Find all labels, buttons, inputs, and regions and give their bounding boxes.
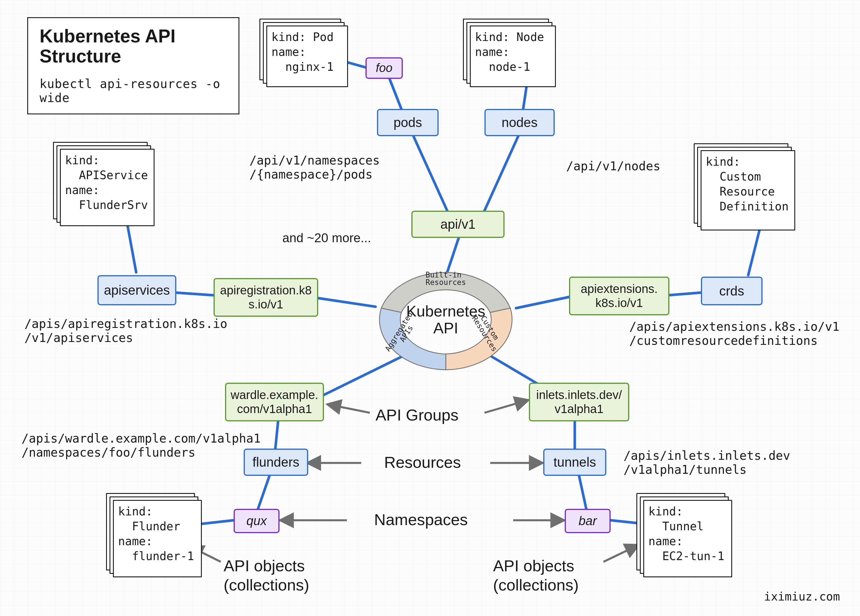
doc-apiservice: kind: APIService name: FlunderSrv <box>53 142 148 219</box>
path-crds: /apis/apiextensions.k8s.io/v1 /customres… <box>629 320 840 348</box>
path-pods: /api/v1/namespaces /{namespace}/pods <box>250 154 380 182</box>
doc-tunnel: kind: Tunnel name: EC2-tun-1 <box>636 493 725 571</box>
doc-apiservice-text: kind: APIService name: FlunderSrv <box>60 149 153 216</box>
namespace-bar: bar <box>565 509 610 533</box>
path-flunders: /apis/wardle.example.com/v1alpha1 /names… <box>22 431 261 459</box>
resource-nodes: nodes <box>485 109 555 136</box>
path-nodes: /api/v1/nodes <box>566 159 661 173</box>
label-api-groups: API Groups <box>375 406 458 424</box>
doc-crd-text: kind: Custom Resource Definition <box>701 150 794 218</box>
path-tunnels: /apis/inlets.inlets.dev /v1alpha1/tunnel… <box>623 448 790 477</box>
doc-tunnel-text: kind: Tunnel name: EC2-tun-1 <box>643 500 730 567</box>
path-apiservices: /apis/apiregistration.k8s.io /v1/apiserv… <box>24 317 228 345</box>
donut-seg-builtin-2: Resources <box>426 278 466 287</box>
resource-pods: pods <box>377 109 439 136</box>
api-group-api-v1: api/v1 <box>411 211 505 238</box>
resource-apiservices: apiservices <box>97 275 176 305</box>
api-group-wardle: wardle.example. com/v1alpha1 <box>225 382 324 422</box>
api-group-inlets: inlets.inlets.dev/ v1alpha1 <box>529 382 629 422</box>
resource-crds: crds <box>701 277 763 305</box>
title-heading: Kubernetes API Structure <box>39 26 227 66</box>
label-namespaces: Namespaces <box>374 510 468 529</box>
note-and-more: and ~20 more... <box>282 231 371 245</box>
donut-chart: Built-in Resources Custom Resources Aggr… <box>368 264 523 376</box>
label-resources: Resources <box>384 453 461 472</box>
label-api-objects-left: API objects (collections) <box>224 556 309 594</box>
doc-node-text: kind: Node name: node-1 <box>470 25 549 78</box>
donut-center-label: Kubernetes API <box>406 303 485 337</box>
doc-pod-text: kind: Pod name: nginx-1 <box>266 25 339 78</box>
namespace-qux: qux <box>234 509 279 533</box>
svg-text:Built-in
        Resources: Built-in Resources <box>426 271 466 287</box>
api-group-apiextensions: apiextensions. k8s.io/v1 <box>569 277 669 315</box>
namespace-foo: foo <box>366 57 403 79</box>
doc-node: kind: Node name: node-1 <box>463 19 549 80</box>
doc-flunder-text: kind: Flunder name: flunder-1 <box>113 500 199 567</box>
doc-pod: kind: Pod name: nginx-1 <box>259 19 341 80</box>
doc-flunder: kind: Flunder name: flunder-1 <box>106 493 195 571</box>
title-card: Kubernetes API Structure kubectl api-res… <box>27 17 239 114</box>
api-group-apiregistration: apiregistration.k8 s.io/v1 <box>213 278 318 317</box>
label-api-objects-right: API objects (collections) <box>493 556 579 594</box>
doc-crd: kind: Custom Resource Definition <box>694 143 788 224</box>
title-command: kubectl api-resources -o wide <box>39 77 227 105</box>
resource-tunnels: tunnels <box>543 448 606 476</box>
credit: iximiuz.com <box>764 590 840 603</box>
